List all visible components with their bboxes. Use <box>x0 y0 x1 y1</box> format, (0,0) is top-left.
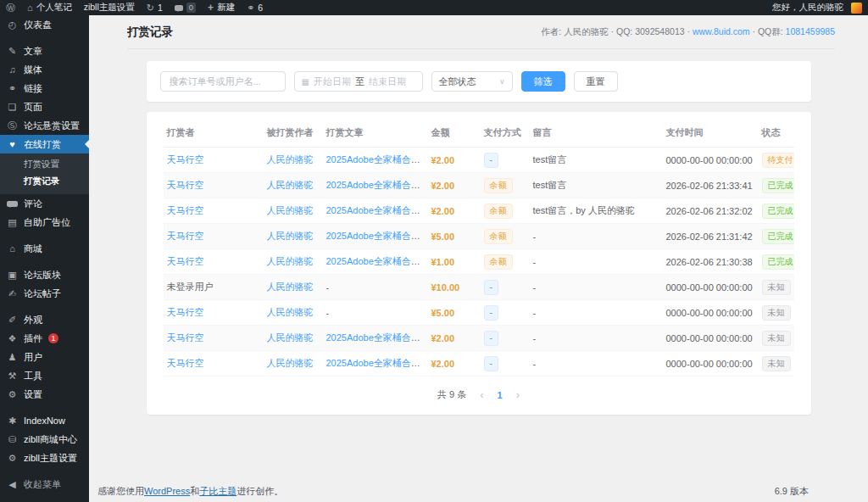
sidebar-subitem-reward-settings[interactable]: 打赏设置 <box>0 156 89 173</box>
search-input[interactable] <box>160 71 286 92</box>
sidebar-item-dashboard[interactable]: ◴仪表盘 <box>0 15 89 34</box>
amount-text: ¥5.00 <box>431 308 455 318</box>
sidebar: ◴仪表盘✎文章♫媒体⚭链接❏页面Ⓢ论坛悬赏设置♥在线打赏打赏设置打赏记录评论▤自… <box>0 15 89 502</box>
date-range-picker[interactable]: ▦ 开始日期 至 结束日期 <box>294 71 423 92</box>
sidebar-item-comments[interactable]: 评论 <box>0 194 89 213</box>
wp-logo-menu[interactable]: Ⓦ <box>0 0 21 15</box>
article-link[interactable]: 2025Adobe全家桶合集，... <box>326 205 428 215</box>
sidebar-item-self-ads[interactable]: ▤自助广告位 <box>0 213 89 231</box>
sidebar-item-zibll-theme-settings[interactable]: ⚙zibll主题设置 <box>0 449 89 467</box>
reset-button[interactable]: 重置 <box>574 71 618 92</box>
author-link[interactable]: 人民的骆驼 <box>267 332 314 343</box>
sidebar-item-forum-posts[interactable]: ✍论坛帖子 <box>0 284 89 303</box>
comments-menu[interactable]: 0 <box>169 0 202 15</box>
sidebar-item-online-reward[interactable]: ♥在线打赏 <box>0 135 89 153</box>
time-cell: 2026-02-06 21:31:42 <box>663 224 759 249</box>
donor-link[interactable]: 天马行空 <box>167 256 204 266</box>
author-cell: 人民的骆驼 <box>264 249 323 275</box>
article-link[interactable]: 2025Adobe全家桶合集，... <box>326 332 428 343</box>
sidebar-item-media[interactable]: ♫媒体 <box>0 60 89 79</box>
article-link[interactable]: 2025Adobe全家桶合集，... <box>326 231 428 241</box>
status-select[interactable]: 全部状态 ∨ <box>431 71 513 92</box>
sidebar-item-posts[interactable]: ✎文章 <box>0 42 89 60</box>
donor-link[interactable]: 天马行空 <box>167 205 204 215</box>
sidebar-item-tools[interactable]: ⚒工具 <box>0 366 89 385</box>
wordpress-link[interactable]: WordPress <box>144 486 190 496</box>
payment-method-badge: - <box>484 331 498 346</box>
qq-group-link[interactable]: 1081459985 <box>786 26 835 36</box>
author-cell: 人民的骆驼 <box>264 351 323 376</box>
sidebar-separator <box>0 467 89 475</box>
sidebar-item-forum-sections[interactable]: ▣论坛版块 <box>0 265 89 284</box>
message-text: - <box>533 257 537 267</box>
author-link[interactable]: 人民的骆驼 <box>267 282 314 292</box>
site-name-menu[interactable]: ⌂ 个人笔记 <box>21 0 78 15</box>
status-badge: 已完成 <box>762 229 794 244</box>
sidebar-item-plugins[interactable]: ❖插件1 <box>0 329 89 348</box>
sidebar-item-label: 论坛悬赏设置 <box>24 120 80 132</box>
sidebar-item-indexnow[interactable]: ✱IndexNow <box>0 411 89 430</box>
sidebar-item-label: 收起菜单 <box>24 478 61 491</box>
donor-link[interactable]: 天马行空 <box>167 154 204 165</box>
sidebar-item-label: 自助广告位 <box>24 216 70 229</box>
store-icon: ⌂ <box>7 244 18 254</box>
author-cell: 人民的骆驼 <box>264 224 323 249</box>
author-link[interactable]: 人民的骆驼 <box>267 358 314 368</box>
donor-cell: 天马行空 <box>164 351 264 376</box>
author-link[interactable]: 人民的骆驼 <box>267 180 314 190</box>
author-link[interactable]: 人民的骆驼 <box>267 256 314 266</box>
sidebar-item-pages[interactable]: ❏页面 <box>0 98 89 116</box>
donor-link[interactable]: 天马行空 <box>167 332 204 343</box>
status-select-value: 全部状态 <box>439 75 476 88</box>
sidebar-item-links[interactable]: ⚭链接 <box>0 79 89 98</box>
sidebar-item-zibll-store[interactable]: ⛁zibll商城中心 <box>0 430 89 449</box>
pay-time-text: 0000-00-00 00:00:00 <box>666 308 753 318</box>
new-content-menu[interactable]: + 新建 <box>202 0 241 15</box>
sidebar-item-appearance[interactable]: ✐外观 <box>0 310 89 329</box>
donor-link[interactable]: 天马行空 <box>167 358 204 368</box>
theme-link[interactable]: 子比主题 <box>199 486 236 496</box>
theme-settings-menu[interactable]: zibll主题设置 <box>78 0 141 15</box>
message-text: - <box>533 231 537 242</box>
message-text: test留言，by 人民的骆驼 <box>533 205 635 215</box>
next-page-button[interactable]: › <box>516 388 520 401</box>
article-link[interactable]: 2025Adobe全家桶合集，... <box>326 256 428 266</box>
donor-text: 未登录用户 <box>167 282 214 292</box>
author-site-link[interactable]: www.8uid.com <box>693 26 750 36</box>
message-text: test留言 <box>533 180 567 190</box>
footer-prefix: 感谢您使用 <box>97 486 144 496</box>
prev-page-button[interactable]: ‹ <box>480 388 483 401</box>
updates-menu[interactable]: ↻ 1 <box>141 0 169 15</box>
donor-link[interactable]: 天马行空 <box>167 307 204 317</box>
user-icon: ♟ <box>7 353 18 362</box>
author-link[interactable]: 人民的骆驼 <box>267 205 314 215</box>
sidebar-item-collapse-menu[interactable]: ◀收起菜单 <box>0 475 89 494</box>
status-badge: 已完成 <box>762 254 794 270</box>
current-page-button[interactable]: 1 <box>498 390 503 400</box>
sidebar-item-label: zibll主题设置 <box>24 452 77 465</box>
sidebar-subitem-reward-records[interactable]: 打赏记录 <box>0 173 89 190</box>
links-count: 6 <box>258 3 263 13</box>
author-link[interactable]: 人民的骆驼 <box>267 307 314 317</box>
filter-button[interactable]: 筛选 <box>521 71 565 92</box>
author-link[interactable]: 人民的骆驼 <box>267 154 314 165</box>
column-header: 留言 <box>530 119 663 148</box>
column-header: 支付时间 <box>663 119 759 148</box>
credits-mid: · QQ群: <box>750 26 786 36</box>
sidebar-item-users[interactable]: ♟用户 <box>0 348 89 366</box>
account-menu[interactable]: 您好，人民的骆驼 <box>766 0 868 15</box>
sidebar-item-label: 论坛版块 <box>24 269 61 282</box>
status-badge: 已完成 <box>762 204 794 219</box>
status-cell: 未知 <box>759 351 794 376</box>
sidebar-item-forum-reward-settings[interactable]: Ⓢ论坛悬赏设置 <box>0 116 89 135</box>
article-link[interactable]: 2025Adobe全家桶合集，... <box>326 154 428 165</box>
donor-link[interactable]: 天马行空 <box>167 180 204 190</box>
article-link[interactable]: 2025Adobe全家桶合集，... <box>326 180 428 190</box>
author-link[interactable]: 人民的骆驼 <box>267 231 314 241</box>
links-menu[interactable]: ⚭ 6 <box>241 0 269 15</box>
sidebar-separator <box>0 404 89 411</box>
sidebar-item-shop[interactable]: ⌂商城 <box>0 239 89 258</box>
article-link[interactable]: 2025Adobe全家桶合集，... <box>326 358 428 368</box>
donor-link[interactable]: 天马行空 <box>167 231 204 241</box>
sidebar-item-settings[interactable]: ⚙设置 <box>0 385 89 404</box>
